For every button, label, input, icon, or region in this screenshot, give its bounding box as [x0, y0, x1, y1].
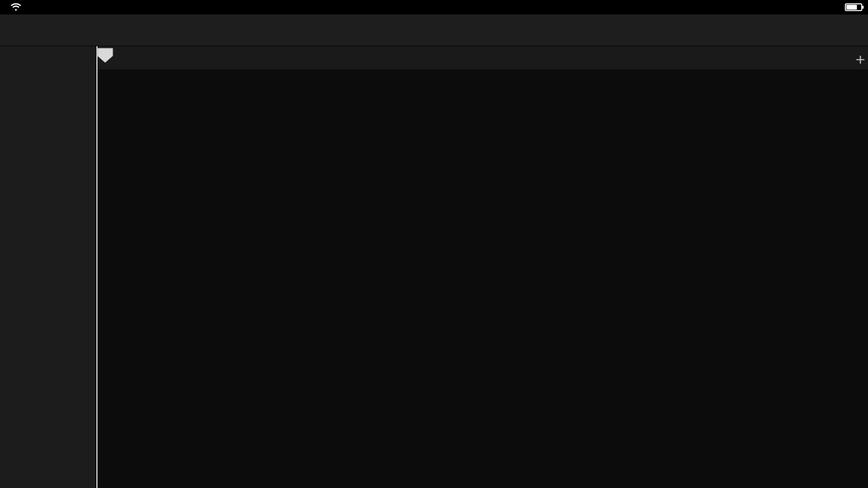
track-sidebar: [0, 46, 96, 488]
playhead-line: [96, 46, 97, 488]
status-bar: [0, 0, 868, 14]
add-measure-button[interactable]: +: [855, 50, 865, 69]
header-bar: [0, 14, 868, 46]
wifi-icon: [11, 3, 21, 12]
timeline[interactable]: +: [96, 46, 868, 488]
ruler[interactable]: [96, 46, 868, 69]
battery-indicator: [842, 3, 862, 11]
playhead-handle[interactable]: [96, 47, 114, 64]
